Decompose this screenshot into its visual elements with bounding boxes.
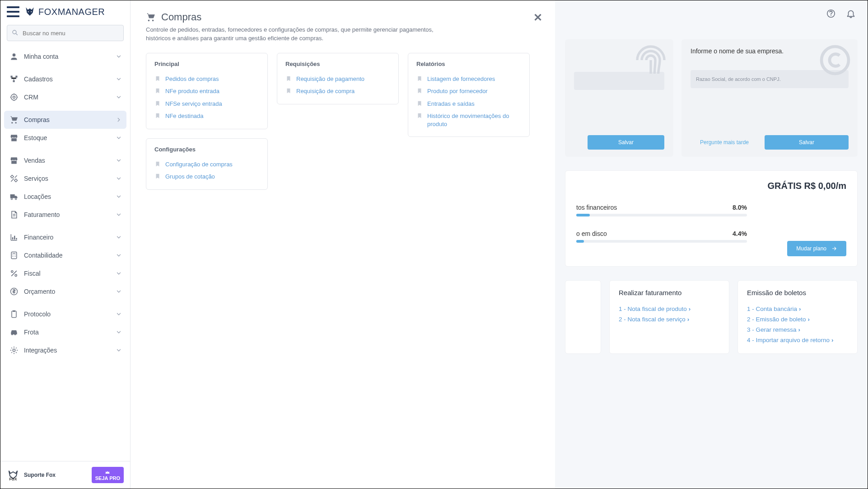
link-produto-fornecedor[interactable]: Produto por fornecedor (416, 85, 521, 98)
sidebar-footer: FOX Suporte Fox SEJA PRO (0, 461, 130, 489)
chevron-down-icon (116, 252, 122, 259)
link-label: Produto por fornecedor (427, 87, 488, 95)
link-nfe-destinada[interactable]: NFe destinada (154, 110, 259, 122)
chevron-down-icon (116, 76, 122, 82)
wizard-step[interactable]: 1 - Nota fiscal de produto (619, 304, 720, 314)
fingerprint-icon (633, 42, 669, 78)
nav-faturamento[interactable]: Faturamento (4, 206, 126, 224)
wizard-step[interactable]: 4 - Importar arquivo de retorno (747, 335, 848, 345)
link-label: NFSe serviço entrada (165, 100, 222, 108)
nav-financeiro[interactable]: Financeiro (4, 228, 126, 246)
chevron-down-icon (116, 53, 122, 60)
nav-label: Protocolo (24, 310, 51, 318)
bookmark-icon (154, 113, 161, 119)
nav-protocolo[interactable]: Protocolo (4, 305, 126, 323)
plan-card: GRÁTIS R$ 0,00/m tos financeiros8.0% o e… (565, 170, 858, 267)
pro-label: SEJA PRO (95, 475, 120, 481)
wizard-boletos: Emissão de boletos 1 - Conta bancária 2 … (737, 280, 858, 354)
support-link[interactable]: FOX Suporte Fox (7, 469, 56, 481)
save-button[interactable]: Salvar (765, 135, 849, 150)
flyout-description: Controle de pedidos, entradas, fornecedo… (146, 26, 435, 43)
search-icon (11, 29, 19, 36)
link-req-pagamento[interactable]: Requisição de pagamento (285, 73, 390, 85)
flyout-title: Compras (161, 11, 201, 23)
link-label: NFe destinada (165, 112, 204, 120)
user-icon (9, 52, 19, 61)
seja-pro-button[interactable]: SEJA PRO (92, 467, 124, 483)
wizard-step[interactable]: 1 - Conta bancária (747, 304, 848, 314)
sidebar-header: FOXMANAGER (0, 0, 130, 22)
chevron-down-icon (116, 135, 122, 141)
compras-flyout: Compras Controle de pedidos, entradas, f… (131, 0, 555, 489)
link-pedidos-compras[interactable]: Pedidos de compras (154, 73, 259, 85)
link-config-compras[interactable]: Configuração de compras (154, 158, 259, 171)
chevron-down-icon (116, 94, 122, 100)
doc-icon (9, 210, 19, 219)
progress-bar (576, 240, 747, 243)
svg-point-21 (28, 11, 29, 12)
nav-crm[interactable]: CRM (4, 88, 126, 106)
bookmark-icon (154, 100, 161, 107)
card-title: Configurações (154, 146, 259, 153)
nav-cadastros[interactable]: Cadastros (4, 70, 126, 88)
nav-servicos[interactable]: Serviços (4, 169, 126, 188)
wizard-step[interactable]: 3 - Gerar remessa (747, 324, 848, 335)
link-listagem-fornecedores[interactable]: Listagem de fornecedores (416, 73, 521, 85)
tools-icon (9, 174, 19, 183)
bookmark-icon (285, 88, 292, 94)
svg-text:FOX: FOX (9, 477, 17, 481)
nav-label: Vendas (24, 157, 45, 164)
change-plan-button[interactable]: Mudar plano (787, 241, 846, 256)
bookmark-icon (416, 75, 423, 82)
link-grupos-cotacao[interactable]: Grupos de cotação (154, 170, 259, 183)
nav-locacoes[interactable]: Locações (4, 188, 126, 206)
later-button[interactable]: Pergunte mais tarde (691, 135, 758, 150)
nav-label: Compras (24, 116, 50, 123)
nav-vendas[interactable]: Vendas (4, 151, 126, 169)
metric-value: 4.4% (733, 230, 747, 237)
metric-label: o em disco (576, 230, 607, 237)
nav-integracoes[interactable]: Integrações (4, 341, 126, 359)
link-req-compra[interactable]: Requisição de compra (285, 85, 390, 98)
calc-icon (9, 251, 19, 260)
wizard-step[interactable]: 2 - Nota fiscal de serviço (619, 314, 720, 324)
progress-bar (576, 214, 747, 216)
brand-logo[interactable]: FOXMANAGER (24, 6, 105, 18)
nav-minha-conta[interactable]: Minha conta (4, 47, 126, 66)
wizard-step[interactable]: 2 - Emissão de boleto (747, 314, 848, 324)
menu-search-input[interactable] (7, 25, 124, 41)
money-icon (9, 287, 19, 296)
link-nfse-servico[interactable]: NFSe serviço entrada (154, 98, 259, 110)
bookmark-icon (285, 75, 292, 82)
wizard-card-left (565, 280, 601, 354)
chevron-down-icon (116, 193, 122, 200)
nav-compras[interactable]: Compras (4, 111, 126, 129)
nav-fiscal[interactable]: Fiscal (4, 264, 126, 282)
link-entradas-saidas[interactable]: Entradas e saídas (416, 98, 521, 110)
info-card-cnpj: Salvar (565, 39, 673, 157)
nav-list: Minha conta Cadastros CRM Compras Estoqu… (0, 46, 130, 461)
close-button[interactable]: ✕ (533, 11, 542, 24)
wizard-title: Realizar faturamento (619, 289, 720, 296)
svg-point-22 (31, 11, 32, 12)
bookmark-icon (154, 75, 161, 82)
card-principal: Principal Pedidos de compras NFe produto… (146, 53, 268, 129)
chevron-down-icon (116, 288, 122, 295)
support-label: Suporte Fox (24, 472, 56, 478)
hamburger-button[interactable] (7, 6, 19, 17)
wizard-faturamento: Realizar faturamento 1 - Nota fiscal de … (609, 280, 729, 354)
wizard-title: Emissão de boletos (747, 289, 848, 296)
nav-frota[interactable]: Frota (4, 323, 126, 341)
link-nfe-produto[interactable]: NFe produto entrada (154, 85, 259, 98)
nav-contabilidade[interactable]: Contabilidade (4, 246, 126, 264)
content: Salvar Informe o nome de sua empresa. Ra… (131, 0, 868, 489)
link-historico-movimentacoes[interactable]: Histórico de movimentações do produto (416, 110, 521, 130)
chevron-down-icon (116, 157, 122, 164)
info-card-empresa: Informe o nome de sua empresa. Razao Soc… (681, 39, 858, 157)
nav-estoque[interactable]: Estoque (4, 129, 126, 147)
save-button[interactable]: Salvar (588, 135, 664, 150)
chart-icon (9, 233, 19, 242)
brand-name: FOX (38, 7, 58, 17)
store-icon (9, 133, 19, 142)
nav-orcamento[interactable]: Orçamento (4, 282, 126, 301)
